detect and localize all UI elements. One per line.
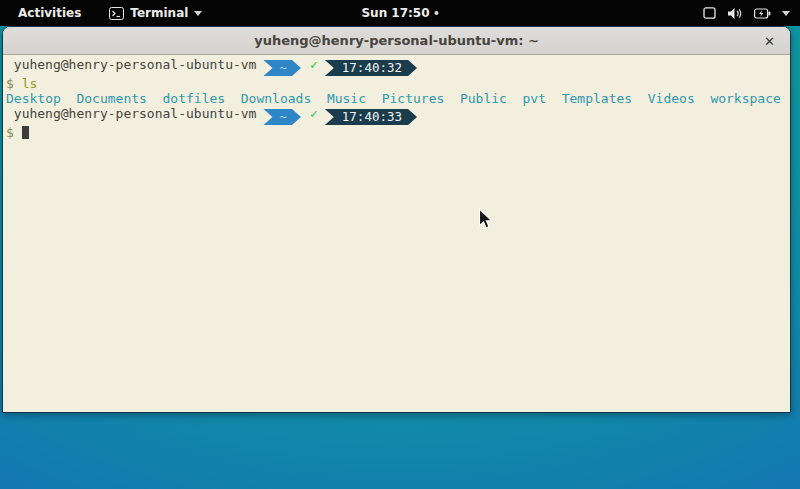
desktop: { "topbar": { "activities": "Activities"… [0, 0, 800, 489]
command-text: ls [22, 76, 38, 91]
window-title: yuheng@henry-personal-ubuntu-vm: ~ [254, 33, 539, 48]
terminal-screen[interactable]: yuheng@henry-personal-ubuntu-vm~✓17:40:3… [3, 55, 790, 412]
app-menu-button[interactable]: Terminal [109, 6, 202, 20]
directory-entry: workspace [710, 91, 780, 106]
directory-entry: Documents [76, 91, 146, 106]
prompt-user: yuheng@henry-personal-ubuntu-vm [6, 106, 256, 121]
system-menu-button[interactable] [703, 0, 790, 26]
terminal-icon [109, 7, 124, 20]
cwd-segment: ~ [263, 109, 301, 125]
input-line: $ [6, 125, 787, 140]
directory-entry: Pictures [382, 91, 445, 106]
notification-dot [435, 11, 439, 15]
directory-entry: Downloads [241, 91, 311, 106]
time-label: 17:40:33 [342, 109, 402, 124]
status-check-icon: ✓ [310, 106, 318, 121]
close-button[interactable]: ✕ [764, 34, 775, 47]
terminal-window: yuheng@henry-personal-ubuntu-vm: ~ ✕ yuh… [2, 26, 791, 413]
top-bar: Activities Terminal Sun 17:50 [0, 0, 800, 26]
status-check-icon: ✓ [310, 57, 318, 72]
chevron-down-icon [194, 11, 202, 16]
prompt-user: yuheng@henry-personal-ubuntu-vm [6, 57, 256, 72]
time-segment: 17:40:32 [325, 60, 417, 76]
time-segment: 17:40:33 [325, 109, 417, 125]
title-bar[interactable]: yuheng@henry-personal-ubuntu-vm: ~ ✕ [3, 27, 790, 55]
directory-entry: Templates [562, 91, 632, 106]
cwd-label: ~ [279, 60, 287, 75]
ls-output: DesktopDocumentsdotfilesDownloadsMusicPi… [6, 91, 787, 106]
command-line: $ls [6, 76, 787, 91]
text-cursor [22, 126, 29, 139]
volume-icon [727, 7, 743, 20]
display-icon [703, 7, 716, 19]
clock-label: Sun 17:50 [361, 6, 429, 20]
cwd-label: ~ [279, 109, 287, 124]
chevron-down-icon [782, 11, 790, 16]
app-menu-label: Terminal [130, 6, 188, 20]
directory-entry: pvt [523, 91, 546, 106]
mouse-cursor [478, 208, 494, 230]
directory-entry: dotfiles [163, 91, 226, 106]
time-label: 17:40:32 [342, 60, 402, 75]
prompt-symbol: $ [6, 125, 14, 140]
directory-entry: Public [460, 91, 507, 106]
battery-charging-icon [754, 8, 771, 19]
cwd-segment: ~ [263, 60, 301, 76]
prompt-line-1: yuheng@henry-personal-ubuntu-vm~✓17:40:3… [6, 57, 787, 76]
directory-entry: Music [327, 91, 366, 106]
clock-button[interactable]: Sun 17:50 [361, 0, 438, 26]
prompt-symbol: $ [6, 76, 14, 91]
directory-entry: Desktop [6, 91, 61, 106]
directory-entry: Videos [648, 91, 695, 106]
prompt-line-2: yuheng@henry-personal-ubuntu-vm~✓17:40:3… [6, 106, 787, 125]
activities-button[interactable]: Activities [14, 4, 85, 22]
